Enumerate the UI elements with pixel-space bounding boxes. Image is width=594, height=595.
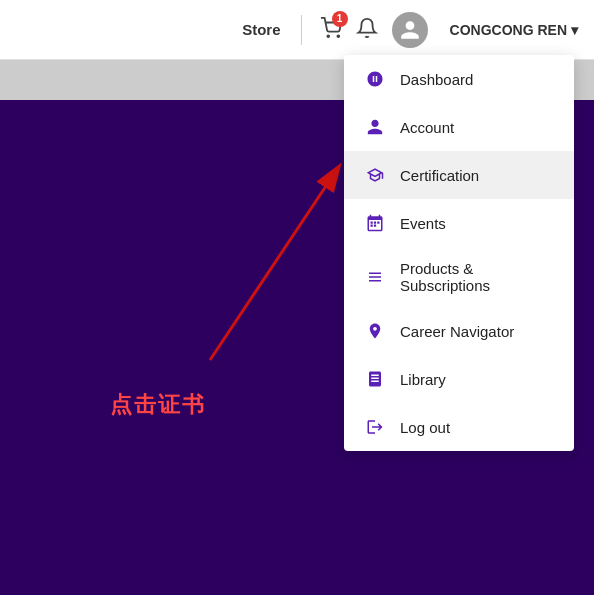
- header: Store 1 CONGCONG REN ▾: [0, 0, 594, 60]
- annotation-text: 点击证书: [110, 390, 206, 420]
- menu-item-career[interactable]: Career Navigator: [344, 307, 574, 355]
- menu-logout-label: Log out: [400, 419, 450, 436]
- bell-icon: [356, 17, 378, 39]
- header-divider: [301, 15, 302, 45]
- account-icon: [364, 116, 386, 138]
- user-name-button[interactable]: CONGCONG REN ▾: [450, 22, 578, 38]
- svg-point-1: [337, 35, 339, 37]
- cart-button[interactable]: 1: [320, 17, 342, 43]
- avatar[interactable]: [392, 12, 428, 48]
- svg-rect-5: [374, 222, 376, 224]
- menu-library-label: Library: [400, 371, 446, 388]
- menu-item-products[interactable]: Products & Subscriptions: [344, 247, 574, 307]
- menu-events-label: Events: [400, 215, 446, 232]
- svg-rect-7: [371, 225, 373, 227]
- dashboard-icon: [364, 68, 386, 90]
- user-avatar-icon: [399, 19, 421, 41]
- chevron-down-icon: ▾: [571, 22, 578, 38]
- menu-item-logout[interactable]: Log out: [344, 403, 574, 451]
- menu-item-account[interactable]: Account: [344, 103, 574, 151]
- career-icon: [364, 320, 386, 342]
- certification-icon: [364, 164, 386, 186]
- header-icons: 1: [320, 12, 428, 48]
- store-link[interactable]: Store: [242, 21, 280, 38]
- notification-button[interactable]: [356, 17, 378, 43]
- logout-icon: [364, 416, 386, 438]
- cart-badge: 1: [332, 11, 348, 27]
- menu-item-certification[interactable]: Certification: [344, 151, 574, 199]
- dropdown-menu: Dashboard Account Certification Events: [344, 55, 574, 451]
- menu-account-label: Account: [400, 119, 454, 136]
- products-icon: [364, 266, 386, 288]
- menu-item-events[interactable]: Events: [344, 199, 574, 247]
- menu-certification-label: Certification: [400, 167, 479, 184]
- events-icon: [364, 212, 386, 234]
- svg-rect-8: [374, 225, 376, 227]
- menu-dashboard-label: Dashboard: [400, 71, 473, 88]
- svg-point-0: [327, 35, 329, 37]
- menu-products-label: Products & Subscriptions: [400, 260, 554, 294]
- svg-rect-6: [377, 222, 379, 224]
- menu-career-label: Career Navigator: [400, 323, 514, 340]
- menu-item-library[interactable]: Library: [344, 355, 574, 403]
- svg-rect-4: [371, 222, 373, 224]
- library-icon: [364, 368, 386, 390]
- menu-item-dashboard[interactable]: Dashboard: [344, 55, 574, 103]
